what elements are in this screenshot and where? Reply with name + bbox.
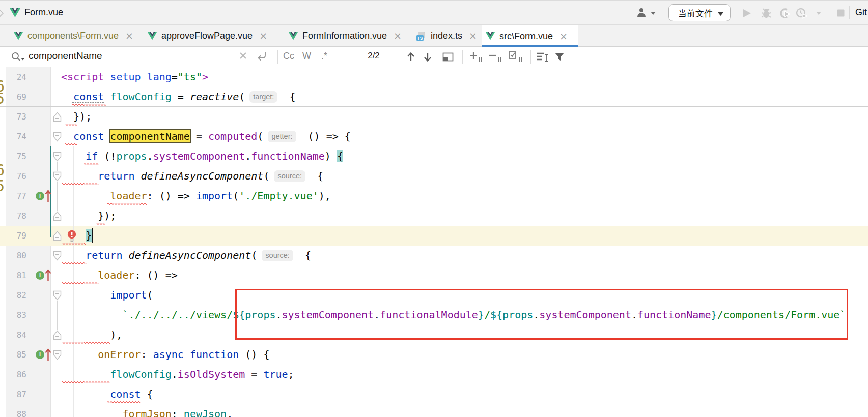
tab-close-icon[interactable]: × xyxy=(469,31,477,41)
code-token xyxy=(61,130,73,142)
implements-up-arrow-icon xyxy=(45,189,51,203)
tab-close-icon[interactable]: × xyxy=(559,32,568,41)
stop-button-icon[interactable] xyxy=(837,9,845,17)
code-token: if xyxy=(86,150,98,162)
fold-collapse-icon[interactable] xyxy=(53,152,62,162)
code-token xyxy=(61,190,110,202)
fold-collapse-icon[interactable] xyxy=(53,171,62,182)
code-token xyxy=(184,348,190,361)
code-token: { xyxy=(311,170,323,182)
implements-gutter-icon[interactable]: I xyxy=(36,350,44,359)
next-occurrence-icon[interactable] xyxy=(423,51,433,63)
code-token: { xyxy=(283,91,295,103)
implements-gutter-icon[interactable]: I xyxy=(36,192,44,200)
user-dropdown-arrow-icon[interactable] xyxy=(650,11,656,15)
error-squiggle xyxy=(62,262,88,265)
text-caret xyxy=(92,228,93,243)
fold-end-icon[interactable] xyxy=(53,112,62,122)
fold-end-icon[interactable] xyxy=(53,330,62,340)
matched-brace-highlight: } xyxy=(86,229,92,242)
search-icon[interactable] xyxy=(10,51,25,64)
fold-end-icon[interactable] xyxy=(53,211,62,221)
code-token: () { xyxy=(239,348,269,361)
code-token: setup xyxy=(110,71,141,83)
sticky-lines-separator xyxy=(0,106,868,107)
fold-collapse-icon[interactable] xyxy=(53,251,62,261)
editor-tab-src-Form.vue[interactable]: src\Form.vue× xyxy=(482,25,578,47)
editor-tab-components-Form.vue[interactable]: components\Form.vue× xyxy=(10,25,144,46)
code-token xyxy=(61,249,86,261)
search-result-count: 2/2 xyxy=(362,51,385,61)
code-token: true xyxy=(263,368,288,380)
code-token: }); xyxy=(61,210,116,222)
line-number: 83 xyxy=(0,305,26,325)
code-token: ( xyxy=(239,91,245,103)
line-number: 82 xyxy=(0,285,26,305)
code-token: <script xyxy=(61,71,104,83)
match-case-toggle[interactable]: Cc xyxy=(283,51,294,62)
insert-newline-icon[interactable] xyxy=(256,51,268,62)
run-configuration-selector[interactable]: 当前文件 xyxy=(668,4,731,21)
regex-toggle[interactable]: .* xyxy=(321,51,327,62)
user-account-icon[interactable] xyxy=(636,8,649,18)
line-number: 86 xyxy=(0,365,26,384)
tab-close-icon[interactable]: × xyxy=(125,31,133,41)
run-button-icon[interactable] xyxy=(742,8,752,18)
code-token: ( xyxy=(147,289,153,301)
error-bulb-icon[interactable] xyxy=(67,230,78,243)
select-all-occurrences-icon[interactable] xyxy=(442,52,454,62)
tab-close-icon[interactable]: × xyxy=(259,31,267,41)
editor-tab-FormInformation.vue[interactable]: FormInformation.vue× xyxy=(285,25,412,46)
search-input[interactable]: componentName xyxy=(29,50,102,62)
line-number: 85 xyxy=(0,345,26,365)
fold-end-icon[interactable] xyxy=(53,231,62,241)
code-token: loader xyxy=(98,269,134,281)
clear-search-icon[interactable] xyxy=(239,52,247,59)
code-token: ), xyxy=(61,329,122,341)
select-all-matches-icon[interactable] xyxy=(508,50,524,63)
code-token xyxy=(135,170,141,182)
code-token: { xyxy=(141,388,153,400)
fold-collapse-icon[interactable] xyxy=(53,132,62,142)
error-squiggle xyxy=(84,163,99,166)
code-token: : () => xyxy=(135,269,178,281)
fold-collapse-icon[interactable] xyxy=(53,350,62,360)
code-editor[interactable]: 656524<script setup lang="ts">69 const f… xyxy=(0,67,868,417)
code-token: return xyxy=(86,249,122,261)
code-token xyxy=(61,91,73,103)
tab-close-icon[interactable]: × xyxy=(394,31,402,41)
add-selection-occurrence-icon[interactable] xyxy=(469,51,484,63)
implements-up-arrow-icon xyxy=(45,348,51,362)
code-token: newJson xyxy=(184,408,227,417)
fold-collapse-icon[interactable] xyxy=(53,290,62,301)
remove-selection-occurrence-icon[interactable] xyxy=(488,51,503,63)
title-bar: Form.vue 当前文件 xyxy=(0,0,868,25)
code-token xyxy=(104,71,110,83)
code-token xyxy=(61,368,110,380)
implements-gutter-icon[interactable]: I xyxy=(36,271,44,280)
error-squiggle xyxy=(96,222,107,225)
line-number: 88 xyxy=(0,404,26,417)
error-squiggle xyxy=(62,242,87,245)
code-token xyxy=(104,91,110,103)
profiler-icon[interactable] xyxy=(796,7,808,19)
run-with-coverage-icon[interactable] xyxy=(779,7,791,19)
run-configuration-label: 当前文件 xyxy=(678,8,713,19)
previous-occurrence-icon[interactable] xyxy=(406,51,416,63)
editor-tab-approveFlowPage.vue[interactable]: approveFlowPage.vue× xyxy=(144,25,285,46)
code-token xyxy=(61,309,122,321)
code-token: , xyxy=(227,408,233,417)
debug-button-icon[interactable] xyxy=(761,7,772,19)
code-token: async xyxy=(153,348,184,361)
toolbar-divider xyxy=(662,6,662,19)
active-tab-underline xyxy=(482,45,578,47)
code-token xyxy=(61,408,122,417)
filter-lines-icon[interactable] xyxy=(536,51,549,63)
code-token: "ts" xyxy=(178,71,202,83)
filter-search-results-icon[interactable] xyxy=(554,51,565,63)
editor-tab-index.ts[interactable]: TSindex.ts× xyxy=(412,25,482,46)
git-menu-label[interactable]: Git xyxy=(855,7,867,18)
find-bar-divider xyxy=(277,50,278,64)
whole-words-toggle[interactable]: W xyxy=(302,51,311,62)
profiler-dropdown-arrow-icon[interactable] xyxy=(816,11,822,15)
